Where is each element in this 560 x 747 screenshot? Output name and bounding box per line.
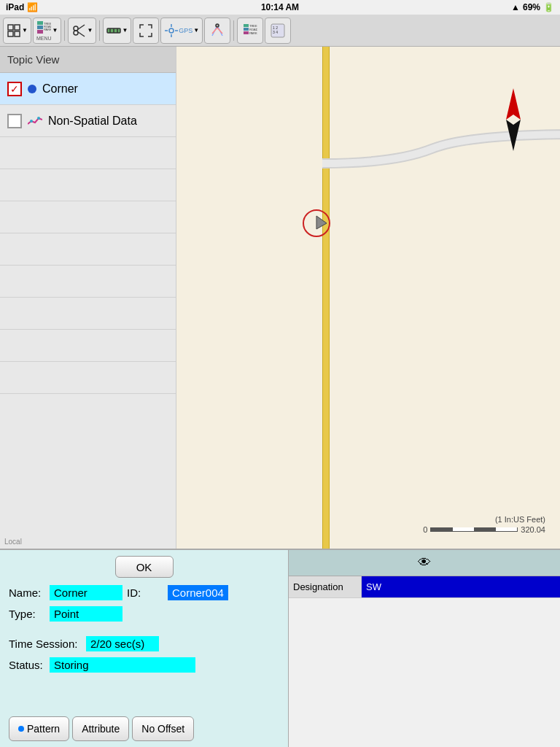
time-display: 10:14 AM — [261, 2, 299, 12]
type-label: Type: — [9, 608, 45, 620]
pattern-dot-icon — [18, 726, 24, 732]
gps-arrow: ▼ — [193, 27, 199, 34]
svg-rect-5 — [37, 26, 43, 29]
wifi-icon: 📶 — [27, 2, 38, 12]
bottom-buttons: Pattern Attribute No Offset — [9, 711, 279, 741]
status-row: Status: Storing — [9, 657, 279, 673]
id-label: ID: — [127, 587, 163, 599]
sidebar-footer: Local — [0, 535, 176, 549]
main-area: Topic View ✓ Corner Non-Spatial Data — [0, 47, 560, 549]
measure-button[interactable]: ▼ — [103, 18, 131, 44]
name-row: Name: Corner ID: Corner004 — [9, 585, 279, 600]
attribute-label: Attribute — [82, 723, 120, 735]
scale-end: 320.04 — [521, 525, 545, 534]
map-area[interactable]: (1 In:US Feet) 0 320.04 — [176, 47, 560, 549]
scale-half-1 — [431, 527, 453, 531]
map-marker — [300, 207, 332, 239]
type-row: Type: Point — [9, 606, 279, 622]
svg-rect-6 — [37, 30, 43, 34]
svg-rect-3 — [15, 31, 20, 36]
device-label: iPad — [6, 2, 24, 12]
svg-point-18 — [169, 28, 174, 33]
scale-start: 0 — [423, 525, 427, 534]
svg-rect-4 — [37, 21, 43, 25]
scale-half-2 — [453, 527, 475, 531]
svg-rect-1 — [15, 25, 20, 30]
scale-label: (1 In:US Feet) — [423, 515, 545, 524]
svg-point-11 — [74, 31, 78, 35]
no-offset-button[interactable]: No Offset — [132, 716, 194, 741]
scissors-arrow: ▼ — [87, 27, 93, 34]
svg-text:3 4: 3 4 — [273, 30, 278, 34]
sidebar-item-nonspatial[interactable]: Non-Spatial Data — [0, 105, 176, 137]
nonspatial-checkbox[interactable] — [7, 114, 22, 128]
eye-icon: 👁 — [418, 555, 431, 570]
separator-3 — [233, 20, 234, 41]
svg-point-10 — [74, 26, 78, 31]
svg-line-13 — [78, 31, 85, 36]
empty-row-6 — [0, 298, 176, 330]
empty-row-4 — [0, 233, 176, 266]
attribute-button[interactable]: Attribute — [72, 716, 129, 741]
attribute-table: Designation SW — [289, 576, 560, 747]
topic-view-label: Topic View — [7, 53, 59, 66]
attr-value-sw: SW — [362, 576, 560, 597]
dropdown-arrow: ▼ — [22, 27, 28, 34]
svg-marker-38 — [506, 120, 521, 151]
status-label: Status: — [9, 659, 45, 671]
type-value: Point — [50, 606, 122, 622]
scissors-button[interactable]: ▼ — [68, 18, 96, 44]
bottom-panel: OK Name: Corner ID: Corner004 Type: Poin… — [0, 549, 560, 747]
scale-bar: (1 In:US Feet) 0 320.04 — [423, 515, 545, 534]
sidebar-empty-rows — [0, 137, 176, 535]
routes-button[interactable] — [204, 18, 230, 44]
attr-key-designation: Designation — [289, 576, 362, 597]
pattern-button[interactable]: Pattern — [9, 716, 69, 741]
attr-row-designation[interactable]: Designation SW — [289, 576, 560, 598]
time-row: Time Session: 2/20 sec(s) — [9, 636, 279, 651]
corner-checkbox[interactable]: ✓ — [7, 82, 22, 96]
svg-point-34 — [37, 117, 40, 120]
svg-text:PARK: PARK — [44, 28, 51, 31]
menu-button[interactable]: TREE ROAD PARK MENU ▼ — [33, 18, 62, 44]
name-label: Name: — [9, 587, 45, 599]
menu-label: MENU — [36, 36, 52, 41]
empty-row-7 — [0, 330, 176, 362]
battery-label: 69% — [523, 2, 540, 12]
separator-1 — [64, 20, 65, 41]
local-label: Local — [4, 538, 22, 546]
svg-point-23 — [216, 24, 219, 27]
attribute-header: 👁 — [289, 550, 560, 576]
ok-button[interactable]: OK — [115, 556, 174, 578]
id-value: Corner004 — [168, 585, 228, 600]
gps-icon: ▲ — [511, 2, 520, 12]
svg-rect-26 — [244, 28, 249, 31]
numbers-button[interactable]: 1 2 3 4 — [265, 18, 291, 44]
gps-label: GPS — [179, 27, 192, 34]
layers-button[interactable]: ▼ — [3, 18, 31, 44]
svg-rect-2 — [8, 31, 13, 36]
svg-point-33 — [30, 120, 33, 123]
empty-row-3 — [0, 201, 176, 233]
svg-rect-28 — [244, 31, 249, 34]
empty-row-2 — [0, 169, 176, 201]
separator-2 — [99, 20, 100, 41]
pattern-label: Pattern — [27, 723, 60, 735]
attribute-section: 👁 Designation SW — [288, 550, 560, 747]
sidebar-header: Topic View — [0, 47, 176, 73]
empty-row-8 — [0, 362, 176, 394]
legend-button[interactable]: TREE ROAD PARK — [237, 18, 263, 44]
svg-rect-24 — [244, 24, 249, 27]
north-arrow — [499, 87, 528, 152]
gps-button[interactable]: GPS ▼ — [160, 18, 203, 44]
svg-marker-36 — [316, 216, 327, 229]
extent-button[interactable] — [133, 18, 159, 44]
status-bar: iPad 📶 10:14 AM ▲ 69% 🔋 — [0, 0, 560, 15]
empty-row-5 — [0, 266, 176, 298]
form-section: OK Name: Corner ID: Corner004 Type: Poin… — [0, 550, 288, 747]
menu-dropdown-arrow: ▼ — [52, 27, 58, 34]
corner-dot-icon — [28, 85, 36, 93]
measure-arrow: ▼ — [122, 27, 128, 34]
time-label: Time Session: — [9, 638, 82, 650]
sidebar-item-corner[interactable]: ✓ Corner — [0, 73, 176, 105]
